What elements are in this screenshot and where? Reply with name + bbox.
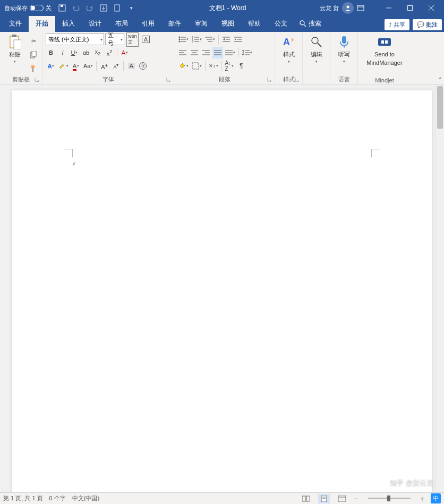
editing-group-label	[306, 76, 327, 83]
numbering-button[interactable]: 123	[191, 33, 203, 45]
align-right-button[interactable]	[201, 47, 211, 58]
scrollbar-thumb[interactable]	[437, 86, 443, 129]
minimize-button[interactable]	[378, 0, 399, 16]
zoom-in-button[interactable]: +	[420, 494, 424, 503]
tab-file[interactable]: 文件	[2, 16, 29, 32]
multilevel-button[interactable]	[204, 33, 216, 45]
save-as-icon[interactable]	[99, 4, 108, 12]
sort-button[interactable]: A↓Z	[224, 60, 235, 72]
search-label: 搜索	[309, 19, 321, 28]
user-account[interactable]: 云龙 贠	[320, 2, 354, 14]
print-layout-button[interactable]	[318, 494, 330, 503]
margin-corner-tl-icon	[64, 149, 73, 157]
subscript-button[interactable]: x2	[92, 47, 103, 58]
font-launcher-icon[interactable]	[166, 77, 173, 83]
tab-mailings[interactable]: 邮件	[161, 16, 188, 32]
page-status[interactable]: 第 1 页, 共 1 页	[3, 494, 43, 502]
ribbon-display-icon[interactable]	[357, 5, 378, 11]
grow-font-button[interactable]: A▴	[99, 60, 109, 72]
tab-design[interactable]: 设计	[82, 16, 108, 32]
search-button[interactable]: 搜索	[294, 16, 327, 32]
asian-layout-button[interactable]: ✕↕	[208, 60, 219, 72]
autosave-toggle[interactable]: 自动保存 关	[2, 4, 54, 12]
new-doc-icon[interactable]	[113, 4, 122, 12]
ime-indicator[interactable]: 中	[431, 493, 441, 503]
indent-increase-button[interactable]	[233, 33, 243, 45]
clipboard-launcher-icon[interactable]	[35, 77, 41, 83]
italic-button[interactable]: I	[57, 47, 68, 58]
tab-office[interactable]: 公文	[268, 16, 294, 32]
tab-view[interactable]: 视图	[215, 16, 241, 32]
styles-button[interactable]: A 样式 ▾	[278, 33, 299, 65]
paragraph-launcher-icon[interactable]	[267, 77, 274, 83]
web-layout-button[interactable]	[336, 494, 348, 503]
mindmanager-button[interactable]: Send to MindManager	[361, 33, 408, 68]
dictate-label: 听写	[338, 51, 350, 58]
font-name-combo[interactable]: 等线 (中文正文)	[46, 33, 104, 45]
highlight-button[interactable]	[57, 60, 70, 72]
underline-button[interactable]: U	[69, 47, 80, 58]
text-effects-button[interactable]: A	[46, 60, 56, 72]
find-icon	[309, 35, 324, 49]
tab-references[interactable]: 引用	[135, 16, 161, 32]
border-icon	[192, 62, 199, 70]
autosave-state: 关	[46, 4, 52, 12]
char-border-button[interactable]: A	[141, 33, 151, 45]
change-case-button[interactable]: Aa	[82, 60, 94, 72]
collapse-ribbon-icon[interactable]: ˄	[439, 77, 442, 83]
borders-button[interactable]	[191, 60, 203, 72]
bold-button[interactable]: B	[46, 47, 56, 58]
editing-button[interactable]: 编辑 ▾	[306, 33, 327, 65]
clear-format-button[interactable]: A	[119, 47, 130, 58]
show-marks-button[interactable]: ¶	[236, 60, 246, 72]
shading-button[interactable]	[177, 60, 190, 72]
vertical-scrollbar[interactable]	[436, 85, 444, 492]
align-left-button[interactable]	[177, 47, 188, 58]
align-justify-button[interactable]	[212, 47, 223, 58]
zoom-out-button[interactable]: −	[354, 494, 358, 503]
tab-layout[interactable]: 布局	[108, 16, 135, 32]
zoom-slider[interactable]	[368, 498, 411, 499]
cut-button[interactable]: ✂	[28, 35, 39, 47]
styles-launcher-icon[interactable]	[295, 77, 301, 83]
strikethrough-button[interactable]: ab	[81, 47, 91, 58]
char-shading-button[interactable]: A	[126, 60, 136, 72]
paste-label: 粘贴	[9, 51, 21, 58]
tab-insert[interactable]: 插入	[55, 16, 82, 32]
comments-button[interactable]: 💬 批注	[413, 19, 442, 30]
undo-icon[interactable]	[72, 4, 80, 12]
format-painter-button[interactable]	[28, 63, 39, 74]
scissors-icon: ✂	[31, 38, 36, 45]
word-count[interactable]: 0 个字	[49, 494, 66, 502]
page[interactable]: ↲	[12, 90, 432, 492]
close-button[interactable]	[421, 0, 442, 16]
font-color-button[interactable]: A	[71, 60, 81, 72]
superscript-button[interactable]: x2	[104, 47, 115, 58]
tab-review[interactable]: 审阅	[188, 16, 215, 32]
paste-button[interactable]: 粘贴 ▾	[3, 33, 26, 65]
tab-help[interactable]: 帮助	[241, 16, 268, 32]
enclose-char-button[interactable]: 字	[138, 60, 148, 72]
tab-home[interactable]: 开始	[29, 16, 55, 32]
align-distribute-button[interactable]	[224, 47, 236, 58]
svg-rect-5	[357, 5, 364, 11]
maximize-button[interactable]	[399, 0, 421, 16]
copy-button[interactable]	[28, 49, 39, 61]
language-status[interactable]: 中文(中国)	[72, 494, 99, 502]
align-center-button[interactable]	[189, 47, 200, 58]
save-icon[interactable]	[58, 4, 66, 12]
font-size-combo[interactable]: 五号	[105, 33, 124, 45]
read-mode-button[interactable]	[300, 494, 312, 503]
ribbon-tabs: 文件 开始 插入 设计 布局 引用 邮件 审阅 视图 帮助 公文 搜索 ⤴ 共享…	[0, 16, 444, 32]
share-button[interactable]: ⤴ 共享	[385, 19, 409, 30]
shrink-font-button[interactable]: A▾	[110, 60, 121, 72]
mindjet-group-label: Mindjet	[361, 76, 408, 83]
zoom-handle[interactable]	[387, 495, 390, 501]
dictate-button[interactable]: 听写 ▾	[334, 33, 354, 65]
line-spacing-button[interactable]	[241, 47, 253, 58]
phonetic-guide-button[interactable]: wén文	[125, 33, 140, 45]
bullets-button[interactable]	[177, 33, 190, 45]
qat-dropdown-icon[interactable]: ▾	[127, 4, 135, 12]
redo-icon[interactable]	[86, 4, 94, 12]
indent-decrease-button[interactable]	[221, 33, 232, 45]
